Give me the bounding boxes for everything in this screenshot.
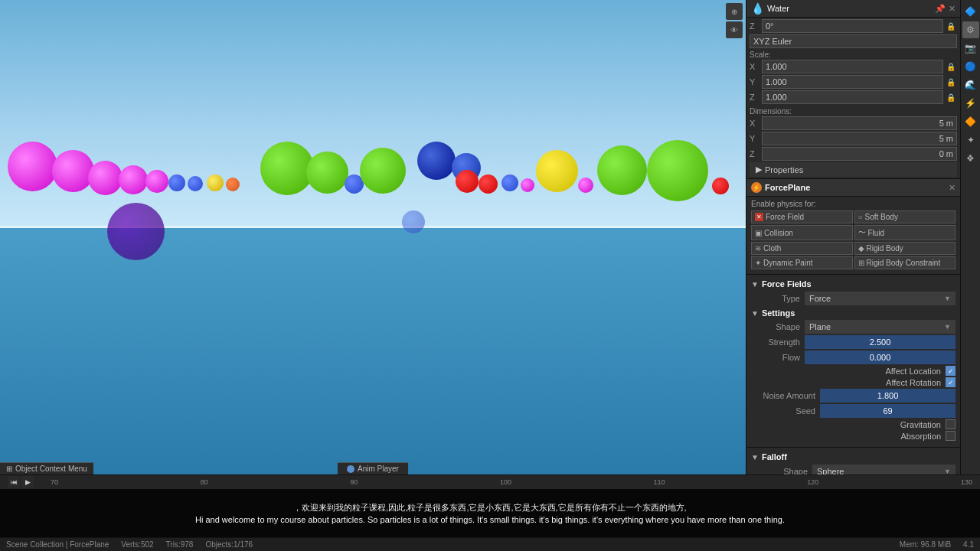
- scale-x-label: X: [750, 62, 762, 71]
- water-close-icon[interactable]: ✕: [949, 4, 956, 14]
- physics-btn-fluid[interactable]: 〜 Fluid: [854, 225, 956, 240]
- enable-physics-label: Enable physics for:: [751, 200, 956, 208]
- physics-btn-force-field[interactable]: ✕ Force Field: [751, 210, 853, 223]
- affect-location-row: Affect Location ✓: [751, 366, 956, 376]
- status-version: 4.1: [963, 540, 974, 549]
- seed-input[interactable]: [820, 404, 956, 418]
- flow-input[interactable]: [805, 350, 956, 364]
- falloff-shape-dropdown[interactable]: Sphere ▼: [812, 465, 956, 474]
- type-row: Type Force ▼: [751, 292, 956, 305]
- physics-btn-collision[interactable]: ▣ Collision: [751, 225, 853, 240]
- dim-x-input[interactable]: [762, 116, 957, 130]
- noise-row: Noise Amount: [751, 389, 956, 403]
- shape-dropdown[interactable]: Plane ▼: [805, 320, 956, 334]
- soft-body-icon: ○: [858, 213, 863, 221]
- viewport-btn-2[interactable]: 👁: [726, 21, 743, 38]
- anim-player-btn[interactable]: Anim Player: [338, 462, 408, 474]
- collision-icon: ▣: [755, 229, 762, 237]
- physics-btn-rigid-body-constraint[interactable]: ⊞ Rigid Body Constraint: [854, 256, 956, 269]
- subtitle-area: ，欢迎来到我的粒子课程,因此,粒子是很多东西,它是小东西,它是大东西,它是所有你…: [0, 489, 980, 537]
- fluid-icon: 〜: [858, 227, 866, 238]
- props-icon-data[interactable]: ❖: [962, 150, 979, 167]
- strength-row: Strength: [751, 335, 956, 349]
- falloff-shape-label: Shape: [751, 467, 812, 474]
- xyz-euler-select[interactable]: [750, 34, 957, 48]
- affect-location-checkbox[interactable]: ✓: [946, 366, 956, 376]
- dim-z-input[interactable]: [762, 147, 957, 161]
- affect-location-check: ✓: [948, 367, 954, 375]
- props-icon-modifiers[interactable]: ✦: [962, 132, 979, 148]
- props-icon-render[interactable]: 📷: [962, 40, 979, 57]
- scale-x-row: X 🔒: [750, 60, 957, 73]
- dim-z-row: Z: [750, 147, 957, 161]
- ff-triangle: ▼: [751, 280, 759, 289]
- scale-z-row: Z 🔒: [750, 90, 957, 104]
- physics-btn-cloth[interactable]: ≋ Cloth: [751, 242, 853, 255]
- playback-controls: ⏮ ▶: [8, 476, 35, 488]
- ball-red-2: [479, 174, 498, 194]
- props-icon-scene[interactable]: 🔷: [962, 3, 979, 20]
- timeline-num-130: 130: [961, 478, 972, 486]
- rigid-body-label: Rigid Body: [867, 244, 903, 253]
- falloff-title: Falloff: [762, 452, 787, 461]
- gravitation-label: Gravitation: [900, 420, 941, 429]
- absorption-label: Absorption: [900, 432, 941, 441]
- type-chevron: ▼: [944, 295, 951, 302]
- timeline-ruler: ⏮ ▶ 70 80 90 100 110 120 130: [0, 475, 980, 489]
- ball-yellow-2: [536, 150, 578, 192]
- z-value-input[interactable]: [762, 19, 943, 33]
- falloff-shape-chevron: ▼: [944, 468, 951, 474]
- scale-y-lock: 🔒: [945, 78, 957, 86]
- shape-chevron: ▼: [944, 323, 951, 331]
- type-value: Force: [809, 294, 831, 303]
- obj-ctx-menu[interactable]: ⊞ Object Context Menu: [0, 462, 93, 474]
- subtitle-en: Hi and welcome to my course about partic…: [195, 515, 785, 524]
- noise-input[interactable]: [820, 389, 956, 403]
- dim-y-input[interactable]: [762, 132, 957, 145]
- scale-z-input[interactable]: [762, 90, 943, 104]
- flow-label: Flow: [751, 353, 805, 362]
- dim-x-label: X: [750, 119, 762, 128]
- timeline-num-80: 80: [201, 478, 208, 486]
- physics-close-icon[interactable]: ✕: [949, 183, 956, 193]
- type-dropdown[interactable]: Force ▼: [805, 292, 956, 305]
- props-icon-physics[interactable]: ⚡: [962, 95, 979, 112]
- seed-label: Seed: [751, 406, 820, 416]
- ball-magenta-1: [8, 142, 57, 191]
- type-label: Type: [751, 294, 805, 303]
- viewport-controls: ⊕ 👁: [726, 3, 743, 38]
- ball-blue-reflection: [402, 210, 425, 233]
- affect-rotation-check: ✓: [948, 379, 954, 386]
- viewport-btn-1[interactable]: ⊕: [726, 3, 743, 20]
- bottom-area: ⏮ ▶ 70 80 90 100 110 120 130 ，欢迎来到我的粒子课程…: [0, 474, 980, 551]
- physics-btn-rigid-body[interactable]: ◆ Rigid Body: [854, 242, 956, 255]
- rigid-body-constraint-icon: ⊞: [858, 259, 864, 267]
- scale-z-label: Z: [750, 93, 762, 102]
- status-verts: Verts:502: [121, 540, 153, 549]
- affect-rotation-checkbox[interactable]: ✓: [946, 377, 956, 387]
- play-btn-2[interactable]: ▶: [21, 476, 34, 488]
- flow-row: Flow: [751, 350, 956, 364]
- props-icon-particles[interactable]: 🌊: [962, 77, 979, 93]
- strength-input[interactable]: [805, 335, 956, 349]
- absorption-checkbox[interactable]: [946, 431, 956, 441]
- ball-yellow-1: [207, 174, 224, 191]
- gravitation-checkbox[interactable]: [946, 419, 956, 429]
- strength-label: Strength: [751, 337, 805, 347]
- scale-y-input[interactable]: [762, 75, 943, 89]
- soft-body-label: Soft Body: [865, 213, 898, 221]
- play-btn-1[interactable]: ⏮: [8, 476, 20, 488]
- props-icon-object[interactable]: ⚙: [962, 21, 979, 38]
- physics-btn-soft-body[interactable]: ○ Soft Body: [854, 210, 956, 223]
- props-icon-output[interactable]: 🔵: [962, 58, 979, 75]
- shape-label: Shape: [751, 322, 805, 331]
- status-tris: Tris:978: [166, 540, 194, 549]
- viewport[interactable]: ⊕ 👁 ⊞ Object Context Menu Anim Player: [0, 0, 746, 474]
- physics-btn-dynamic-paint[interactable]: ✦ Dynamic Paint: [751, 256, 853, 269]
- physics-header: ⚡ ForcePlane ✕: [746, 179, 960, 197]
- properties-collapse-header[interactable]: ▶ Properties: [750, 162, 957, 177]
- scale-x-input[interactable]: [762, 60, 943, 73]
- ball-magenta-5: [145, 170, 168, 193]
- dim-y-row: Y: [750, 132, 957, 145]
- props-icon-constraints[interactable]: 🔶: [962, 113, 979, 130]
